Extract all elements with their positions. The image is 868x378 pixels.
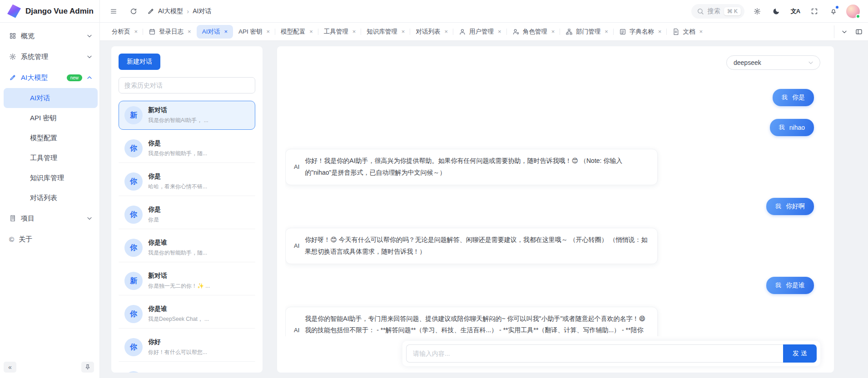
conversation-avatar: 新 [124, 272, 143, 290]
chat-panel: deepseek 我你是我nihaoAI你好！我是你的AI助手，很高兴为你提供帮… [277, 46, 834, 373]
tab-close-icon[interactable]: × [605, 28, 608, 35]
sidebar-item-label: 项目 [21, 214, 35, 223]
sidebar-subitem-工具管理[interactable]: 工具管理 [4, 148, 98, 168]
tab-7[interactable]: 对话列表× [410, 25, 453, 39]
fullscreen-icon[interactable] [808, 5, 821, 18]
sidebar-item-1[interactable]: 系统管理 [0, 46, 99, 67]
sidebar-item-3[interactable]: 项目 [0, 208, 99, 229]
tab-close-icon[interactable]: × [444, 28, 448, 35]
conversation-title: 你是 [148, 139, 207, 147]
tab-close-icon[interactable]: × [352, 28, 356, 35]
message-row-1: 我nihao [285, 119, 820, 136]
tab-5[interactable]: 工具管理× [318, 25, 362, 39]
conversation-item-4[interactable]: 你你是谁我是你的智能助手，随... [119, 233, 255, 262]
sidebar-item-4[interactable]: ©关于 [0, 229, 99, 250]
tab-4[interactable]: 模型配置× [275, 25, 318, 39]
user-message-bubble: 我你是 [773, 89, 814, 106]
sidebar-menu: 概览系统管理AI大模型newAI对话API 密钥模型配置工具管理知识库管理对话列… [0, 25, 99, 360]
breadcrumb-section[interactable]: AI大模型 [158, 7, 183, 15]
sidebar-subitem-对话列表[interactable]: 对话列表 [4, 188, 98, 208]
tab-6[interactable]: 知识库管理× [361, 25, 410, 39]
conversation-avatar: 你 [124, 172, 143, 191]
conversation-avatar: 你 [124, 139, 143, 157]
conversation-preview: 我是你的智能助手，随... [148, 249, 207, 257]
sidebar-item-2[interactable]: AI大模型new [0, 67, 99, 88]
chev-down-icon [86, 32, 93, 39]
notifications-bell-icon[interactable] [827, 5, 840, 18]
conversation-item-6[interactable]: 你你是谁我是DeepSeek Chat， ... [119, 299, 255, 329]
sender-label: 我 [782, 93, 788, 102]
user-avatar[interactable] [846, 5, 860, 18]
app-logo-icon [7, 5, 21, 18]
pin-sidebar-icon[interactable] [81, 362, 94, 373]
message-text: 你好！我是你的AI助手，很高兴为你提供帮助。如果你有任何问题或需要协助，随时告诉… [305, 155, 649, 179]
refresh-icon[interactable] [127, 5, 140, 18]
tab-close-icon[interactable]: × [402, 28, 405, 35]
ai-message-bubble: AI我是你的智能AI助手，专门用来回答问题、提供建议或陪你聊天解闷的~ 你可以叫… [285, 307, 658, 336]
tab-9[interactable]: 角色管理× [507, 25, 560, 39]
conversation-item-8[interactable]: 新新对话 [119, 366, 255, 373]
message-input[interactable] [406, 344, 783, 363]
sidebar-item-0[interactable]: 概览 [0, 25, 99, 46]
history-search-input[interactable] [119, 77, 255, 93]
tab-close-icon[interactable]: × [188, 28, 191, 35]
tab-label: 用户管理 [469, 28, 494, 36]
tab-label: 角色管理 [523, 28, 547, 36]
tab-8[interactable]: 用户管理× [453, 25, 507, 39]
sitemap-icon [565, 28, 573, 35]
tab-close-icon[interactable]: × [498, 28, 501, 35]
tabs-layout-icon[interactable] [853, 25, 865, 38]
global-search[interactable]: 搜索 ⌘ K [691, 4, 744, 19]
message-text: 你好呀！😊 今天有什么可以帮你的吗？无论是问题解答、闲聊还是需要建议，我都在这里… [305, 234, 649, 258]
sidebar-item-label: AI大模型 [21, 74, 48, 82]
new-chat-button[interactable]: 新建对话 [119, 54, 160, 70]
tabs-dropdown-icon[interactable] [838, 25, 851, 38]
sidebar-footer: « [0, 360, 99, 378]
user-message-bubble: 我nihao [770, 119, 814, 136]
tab-11[interactable]: 字典名称× [614, 25, 667, 39]
tab-12[interactable]: 文档× [667, 25, 708, 39]
conversation-item-2[interactable]: 你你是哈哈，看来你心情不错... [119, 167, 255, 196]
conversation-panel: 新建对话 新新对话我是你的智能AI助手， ...你你是我是你的智能助手，随...… [111, 46, 263, 373]
dark-mode-icon[interactable] [770, 5, 783, 18]
send-button[interactable]: 发 送 [783, 344, 817, 363]
tab-close-icon[interactable]: × [134, 28, 138, 35]
breadcrumb-page[interactable]: AI对话 [193, 7, 211, 15]
hamburger-menu-icon[interactable] [107, 5, 120, 18]
conversation-item-3[interactable]: 你你是你是 [119, 200, 255, 229]
sidebar: 概览系统管理AI大模型newAI对话API 密钥模型配置工具管理知识库管理对话列… [0, 23, 100, 378]
sidebar-subitem-知识库管理[interactable]: 知识库管理 [4, 168, 98, 188]
tab-3[interactable]: API 密钥× [233, 25, 275, 39]
conversation-avatar: 你 [124, 206, 143, 224]
conversation-item-0[interactable]: 新新对话我是你的智能AI助手， ... [119, 101, 255, 130]
tab-close-icon[interactable]: × [309, 28, 313, 35]
tab-close-icon[interactable]: × [551, 28, 555, 35]
user-gear-icon [512, 28, 520, 35]
tab-0[interactable]: 分析页× [106, 25, 143, 39]
conversation-item-7[interactable]: 你你好你好！有什么可以帮您... [119, 333, 255, 362]
collapse-sidebar-icon[interactable]: « [4, 362, 16, 373]
conversation-item-5[interactable]: 新新对话你是独一无二的你！✨ ... [119, 266, 255, 295]
translate-icon[interactable]: 文A [789, 5, 802, 18]
tab-close-icon[interactable]: × [224, 28, 228, 35]
tab-2[interactable]: AI对话× [197, 25, 233, 39]
conversation-item-1[interactable]: 你你是我是你的智能助手，随... [119, 134, 255, 163]
settings-icon[interactable] [751, 5, 764, 18]
tab-label: 部门管理 [576, 28, 600, 36]
tab-close-icon[interactable]: × [658, 28, 662, 35]
conversation-avatar: 你 [124, 338, 143, 356]
breadcrumb: AI大模型 › AI对话 [147, 7, 211, 15]
tab-label: 登录日志 [159, 28, 184, 36]
sidebar-subitem-AI对话[interactable]: AI对话 [4, 88, 98, 108]
tab-label: AI对话 [202, 28, 220, 36]
conversation-title: 你是谁 [148, 239, 207, 247]
tab-close-icon[interactable]: × [267, 28, 270, 35]
tab-10[interactable]: 部门管理× [560, 25, 614, 39]
tab-close-icon[interactable]: × [699, 28, 703, 35]
tab-label: 分析页 [112, 28, 130, 36]
sidebar-subitem-API 密钥[interactable]: API 密钥 [4, 108, 98, 128]
sender-label: AI [294, 325, 299, 336]
tab-1[interactable]: 登录日志× [143, 25, 197, 39]
sidebar-subitem-模型配置[interactable]: 模型配置 [4, 128, 98, 148]
model-select[interactable]: deepseek [726, 55, 820, 70]
